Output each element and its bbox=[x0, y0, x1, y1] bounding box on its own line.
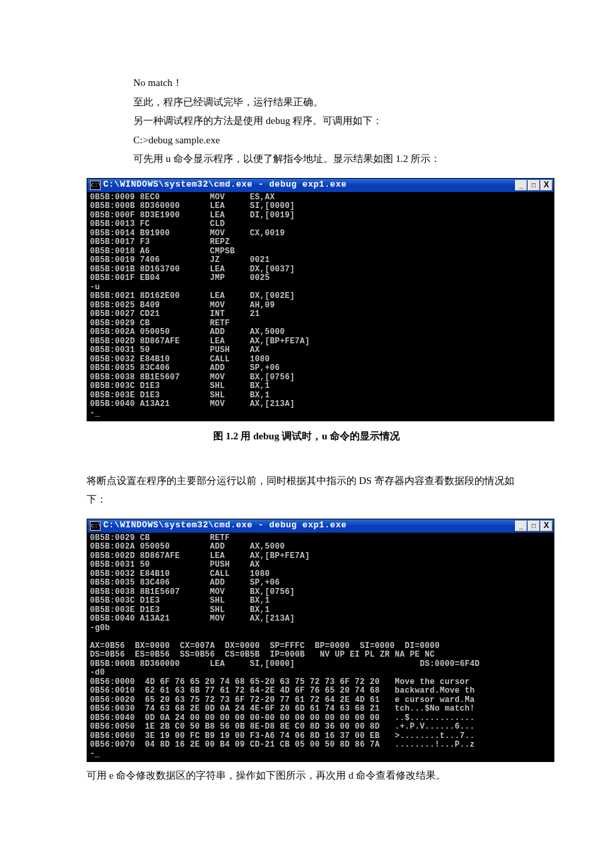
cmd-icon: c:\ bbox=[90, 181, 101, 190]
minimize-button[interactable]: _ bbox=[515, 180, 527, 191]
terminal-output-2: 0B5B:0029 CB RETF 0B5B:002A 050050 ADD A… bbox=[87, 533, 554, 762]
terminal-title: C:\WINDOWS\system32\cmd.exe - debug exp1… bbox=[103, 177, 346, 193]
intro-line-3: 另一种调试程序的方法是使用 debug 程序。可调用如下： bbox=[133, 111, 526, 131]
figure-breakpoint: c:\ C:\WINDOWS\system32\cmd.exe - debug … bbox=[87, 519, 526, 763]
terminal-window-2: c:\ C:\WINDOWS\system32\cmd.exe - debug … bbox=[87, 519, 554, 763]
figure-1-2: c:\ C:\WINDOWS\system32\cmd.exe - debug … bbox=[87, 178, 526, 422]
window-buttons: _ □ X bbox=[515, 180, 552, 191]
close-button[interactable]: X bbox=[540, 180, 552, 191]
intro-line-5: 可先用 u 命令显示程序，以便了解指令地址。显示结果如图 1.2 所示： bbox=[133, 149, 526, 169]
figure-caption-1-2: 图 1.2 用 debug 调试时，u 命令的显示情况 bbox=[87, 427, 526, 446]
close-button[interactable]: X bbox=[540, 521, 552, 531]
intro-line-1: No match！ bbox=[133, 73, 526, 93]
cmd-icon: c:\ bbox=[90, 521, 101, 531]
terminal-titlebar: c:\ C:\WINDOWS\system32\cmd.exe - debug … bbox=[87, 519, 554, 533]
paragraph-breakpoint: 将断点设置在程序的主要部分运行以前，同时根据其中指示的 DS 寄存器内容查看数据… bbox=[87, 471, 526, 509]
terminal-titlebar: c:\ C:\WINDOWS\system32\cmd.exe - debug … bbox=[87, 179, 554, 192]
intro-text: No match！ 至此，程序已经调试完毕，运行结果正确。 另一种调试程序的方法… bbox=[133, 73, 526, 169]
minimize-button[interactable]: _ bbox=[515, 521, 527, 531]
terminal-window-1: c:\ C:\WINDOWS\system32\cmd.exe - debug … bbox=[87, 178, 554, 422]
terminal-title: C:\WINDOWS\system32\cmd.exe - debug exp1… bbox=[103, 517, 346, 534]
outro-text: 可用 e 命令修改数据区的字符串，操作如下图所示，再次用 d 命令查看修改结果。 bbox=[87, 766, 526, 785]
window-buttons: _ □ X bbox=[515, 521, 552, 531]
maximize-button[interactable]: □ bbox=[528, 180, 540, 191]
maximize-button[interactable]: □ bbox=[528, 521, 540, 531]
intro-line-4: C:>debug sample.exe bbox=[133, 131, 526, 150]
intro-line-2: 至此，程序已经调试完毕，运行结果正确。 bbox=[133, 93, 526, 112]
terminal-output-1: 0B5B:0009 8EC0 MOV ES,AX 0B5B:000B 8D360… bbox=[87, 192, 554, 421]
